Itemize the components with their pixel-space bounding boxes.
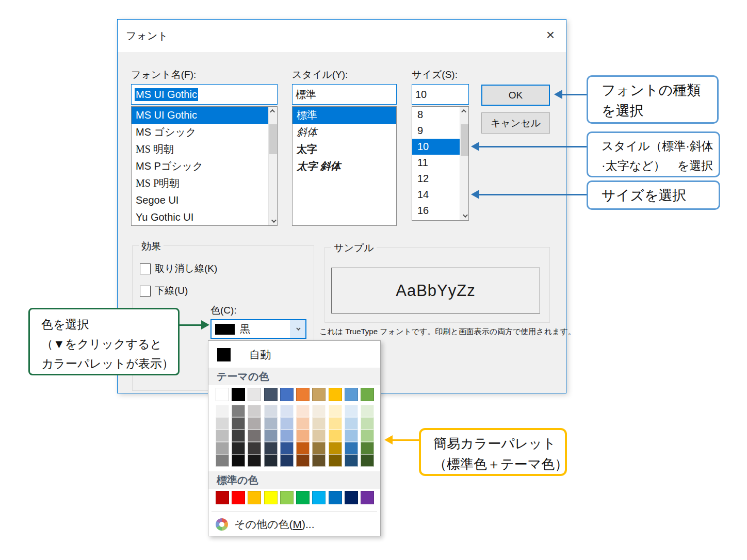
standard-color-swatch[interactable] bbox=[296, 491, 310, 504]
theme-variant-swatch[interactable] bbox=[296, 417, 310, 430]
font-list-item[interactable]: MS ゴシック bbox=[132, 124, 268, 141]
theme-variant-swatch[interactable] bbox=[329, 430, 342, 442]
theme-variant-swatch[interactable] bbox=[361, 454, 374, 467]
theme-variant-swatch[interactable] bbox=[329, 442, 342, 454]
theme-variant-swatch[interactable] bbox=[248, 417, 261, 430]
scroll-down-icon[interactable] bbox=[460, 211, 468, 220]
theme-variant-swatch[interactable] bbox=[312, 442, 326, 454]
strikethrough-checkbox-row[interactable]: 取り消し線(K) bbox=[140, 262, 217, 275]
style-list-item[interactable]: 太字 bbox=[293, 141, 396, 158]
standard-color-swatch[interactable] bbox=[280, 491, 294, 504]
theme-variant-swatch[interactable] bbox=[216, 442, 229, 454]
theme-variant-swatch[interactable] bbox=[232, 405, 245, 417]
theme-variant-swatch[interactable] bbox=[264, 442, 278, 454]
font-list-item[interactable]: MS 明朝 bbox=[132, 141, 268, 158]
theme-variant-swatch[interactable] bbox=[216, 430, 229, 442]
theme-variant-swatch[interactable] bbox=[232, 454, 245, 467]
scroll-up-icon[interactable] bbox=[269, 107, 277, 116]
size-list-item[interactable]: 11 bbox=[412, 155, 460, 171]
theme-variant-swatch[interactable] bbox=[329, 454, 342, 467]
theme-variant-swatch[interactable] bbox=[248, 430, 261, 442]
font-list-item[interactable]: Yu Gothic UI bbox=[132, 209, 268, 225]
scrollbar-thumb[interactable] bbox=[461, 124, 468, 156]
standard-color-swatch[interactable] bbox=[329, 491, 342, 504]
theme-variant-swatch[interactable] bbox=[345, 417, 358, 430]
theme-color-swatch[interactable] bbox=[216, 388, 229, 401]
standard-color-swatch[interactable] bbox=[361, 491, 374, 504]
theme-variant-swatch[interactable] bbox=[280, 417, 294, 430]
theme-variant-swatch[interactable] bbox=[216, 454, 229, 467]
theme-variant-swatch[interactable] bbox=[361, 405, 374, 417]
theme-variant-swatch[interactable] bbox=[232, 430, 245, 442]
theme-variant-swatch[interactable] bbox=[216, 417, 229, 430]
theme-variant-swatch[interactable] bbox=[312, 430, 326, 442]
theme-color-swatch[interactable] bbox=[329, 388, 342, 401]
font-list-item[interactable]: MS UI Gothic bbox=[132, 107, 268, 124]
style-list-item[interactable]: 太字 斜体 bbox=[293, 158, 396, 175]
theme-variant-swatch[interactable] bbox=[296, 454, 310, 467]
theme-variant-swatch[interactable] bbox=[264, 417, 278, 430]
theme-variant-swatch[interactable] bbox=[264, 454, 278, 467]
theme-variant-swatch[interactable] bbox=[361, 430, 374, 442]
font-list-item[interactable]: Segoe UI bbox=[132, 192, 268, 209]
font-name-input[interactable]: MS UI Gothic bbox=[131, 84, 278, 105]
theme-color-swatch[interactable] bbox=[264, 388, 278, 401]
ok-button[interactable]: OK bbox=[481, 85, 550, 106]
size-list-item[interactable]: 14 bbox=[412, 187, 460, 203]
theme-color-swatch[interactable] bbox=[248, 388, 261, 401]
theme-variant-swatch[interactable] bbox=[232, 442, 245, 454]
theme-variant-swatch[interactable] bbox=[329, 405, 342, 417]
font-list-item[interactable]: MS P明朝 bbox=[132, 175, 268, 192]
standard-color-swatch[interactable] bbox=[264, 491, 278, 504]
theme-variant-swatch[interactable] bbox=[264, 430, 278, 442]
underline-checkbox-row[interactable]: 下線(U) bbox=[140, 284, 188, 298]
theme-variant-swatch[interactable] bbox=[248, 405, 261, 417]
dialog-titlebar[interactable]: フォント × bbox=[118, 20, 566, 52]
theme-variant-swatch[interactable] bbox=[280, 430, 294, 442]
automatic-color-item[interactable]: 自動 bbox=[208, 343, 380, 367]
size-list-item[interactable]: 12 bbox=[412, 171, 460, 187]
theme-color-swatch[interactable] bbox=[361, 388, 374, 401]
theme-variant-swatch[interactable] bbox=[296, 405, 310, 417]
theme-variant-swatch[interactable] bbox=[280, 454, 294, 467]
theme-color-swatch[interactable] bbox=[345, 388, 358, 401]
theme-variant-swatch[interactable] bbox=[361, 417, 374, 430]
close-icon[interactable]: × bbox=[546, 26, 555, 44]
theme-variant-swatch[interactable] bbox=[296, 430, 310, 442]
scroll-down-icon[interactable] bbox=[269, 217, 277, 225]
size-list-item[interactable]: 10 bbox=[412, 139, 460, 155]
theme-variant-swatch[interactable] bbox=[312, 454, 326, 467]
standard-color-swatch[interactable] bbox=[216, 491, 229, 504]
theme-variant-swatch[interactable] bbox=[280, 442, 294, 454]
size-list-item[interactable]: 9 bbox=[412, 123, 460, 139]
size-list-item[interactable]: 8 bbox=[412, 107, 460, 123]
font-list-scrollbar[interactable] bbox=[268, 107, 277, 225]
theme-color-swatch[interactable] bbox=[296, 388, 310, 401]
standard-color-swatch[interactable] bbox=[312, 491, 326, 504]
scroll-up-icon[interactable] bbox=[460, 107, 468, 116]
more-colors-item[interactable]: その他の色(M)... bbox=[208, 514, 380, 535]
theme-color-swatch[interactable] bbox=[312, 388, 326, 401]
theme-color-swatch[interactable] bbox=[232, 388, 245, 401]
theme-variant-swatch[interactable] bbox=[248, 454, 261, 467]
theme-variant-swatch[interactable] bbox=[345, 454, 358, 467]
underline-checkbox[interactable] bbox=[140, 286, 151, 297]
standard-color-swatch[interactable] bbox=[345, 491, 358, 504]
font-list-item[interactable]: MS Pゴシック bbox=[132, 158, 268, 175]
strikethrough-checkbox[interactable] bbox=[140, 263, 151, 274]
style-input[interactable]: 標準 bbox=[292, 84, 397, 105]
theme-variant-swatch[interactable] bbox=[264, 405, 278, 417]
theme-variant-swatch[interactable] bbox=[361, 442, 374, 454]
theme-variant-swatch[interactable] bbox=[280, 405, 294, 417]
theme-variant-swatch[interactable] bbox=[329, 417, 342, 430]
theme-variant-swatch[interactable] bbox=[345, 430, 358, 442]
theme-variant-swatch[interactable] bbox=[345, 442, 358, 454]
theme-variant-swatch[interactable] bbox=[345, 405, 358, 417]
standard-color-swatch[interactable] bbox=[232, 491, 245, 504]
size-list-item[interactable]: 16 bbox=[412, 203, 460, 219]
chevron-down-icon[interactable] bbox=[290, 320, 305, 338]
standard-color-swatch[interactable] bbox=[248, 491, 261, 504]
style-list-item[interactable]: 標準 bbox=[293, 107, 396, 124]
cancel-button[interactable]: キャンセル bbox=[481, 112, 550, 134]
scrollbar-thumb[interactable] bbox=[269, 124, 277, 154]
